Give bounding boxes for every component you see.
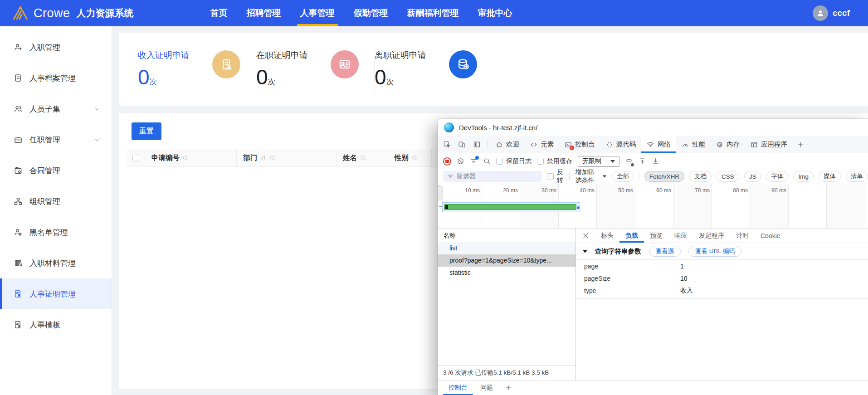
timeline-selection-handle[interactable]	[577, 206, 580, 209]
devtools-tab-elements[interactable]: 元素	[525, 136, 559, 153]
filter-pill-img[interactable]: Img	[793, 171, 814, 182]
sidebar-item-contract-mgmt[interactable]: 合同管理	[0, 155, 112, 186]
wifi-icon	[647, 141, 654, 148]
preserve-log-toggle[interactable]: 保留日志	[496, 157, 532, 166]
search-icon[interactable]	[269, 155, 276, 161]
network-conditions-icon[interactable]	[625, 157, 633, 166]
preserve-log-checkbox[interactable]	[496, 158, 503, 165]
request-name-header[interactable]: 名称	[438, 229, 575, 242]
gauge-icon	[682, 141, 689, 148]
query-params-list: page 1 pageSize 10 type 收入	[576, 260, 868, 299]
filter-pill-fetch-xhr[interactable]: Fetch/XHR	[644, 171, 684, 182]
details-tab-payload[interactable]: 负载	[619, 229, 644, 243]
device-toolbar-icon[interactable]	[454, 136, 469, 153]
request-row[interactable]: proof?page=1&pageSize=10&type...	[438, 254, 575, 267]
timeline-scroll-handle[interactable]	[438, 185, 443, 200]
search-icon[interactable]	[182, 155, 189, 161]
nav-compensation[interactable]: 薪酬福利管理	[398, 0, 468, 26]
sidebar-item-onboarding[interactable]: 入职管理	[0, 32, 112, 63]
column-gender[interactable]: 性别	[388, 149, 432, 166]
nav-home[interactable]: 首页	[201, 0, 237, 26]
drawer-tab-console[interactable]: 控制台	[443, 380, 473, 395]
details-tab-preview[interactable]: 预览	[644, 229, 668, 243]
view-source-button[interactable]: 查看源	[649, 246, 681, 257]
import-har-icon[interactable]	[639, 157, 646, 165]
sort-arrows-icon[interactable]	[260, 155, 267, 161]
sidebar-item-blacklist[interactable]: 黑名单管理	[0, 217, 112, 248]
disable-cache-checkbox[interactable]	[537, 158, 544, 165]
dock-side-icon[interactable]	[469, 136, 484, 153]
devtools-tab-welcome[interactable]: 欢迎	[490, 136, 525, 153]
search-icon[interactable]	[360, 155, 366, 161]
details-tab-response[interactable]: 响应	[668, 229, 693, 243]
details-tab-timing[interactable]: 计时	[730, 229, 755, 243]
user-area[interactable]: cccf	[813, 5, 850, 21]
filter-icon[interactable]	[470, 157, 478, 165]
section-title: 查询字符串参数	[595, 247, 641, 256]
request-row[interactable]: statistic	[438, 267, 575, 279]
disable-cache-toggle[interactable]: 禁用缓存	[537, 157, 572, 166]
filter-pill-all[interactable]: 全部	[612, 171, 634, 182]
devtools-tab-sources[interactable]: 源代码	[600, 136, 642, 153]
select-all-checkbox[interactable]	[132, 155, 139, 161]
clear-icon[interactable]	[457, 157, 464, 165]
sidebar-item-personnel-template[interactable]: 人事模板	[0, 309, 112, 340]
invert-checkbox[interactable]	[547, 173, 554, 180]
view-url-encoded-button[interactable]: 查看 URL 编码	[688, 246, 742, 257]
filter-pill-js[interactable]: JS	[744, 171, 761, 182]
devtools-tab-network[interactable]: 网络	[641, 136, 676, 153]
more-tabs-plus-icon[interactable]	[793, 136, 808, 153]
search-icon[interactable]	[411, 155, 418, 161]
template-icon	[14, 320, 23, 329]
export-har-icon[interactable]	[652, 157, 659, 165]
add-filter-dropdown[interactable]: 增加筛选条件	[575, 168, 607, 185]
sidebar-item-org-mgmt[interactable]: 组织管理	[0, 186, 112, 217]
filter-pill-doc[interactable]: 文档	[689, 171, 712, 182]
details-tab-initiator[interactable]: 发起程序	[693, 229, 730, 243]
throttling-dropdown[interactable]: 无限制	[578, 156, 619, 167]
column-name[interactable]: 姓名	[336, 149, 388, 166]
sidebar-item-personnel-files[interactable]: 人事档案管理	[0, 63, 112, 93]
sidebar-item-position-mgmt[interactable]: 任职管理	[0, 124, 112, 155]
devtools-tab-application[interactable]: 应用程序	[745, 136, 793, 153]
brand-logo[interactable]: Crowe 人力资源系统	[12, 5, 134, 21]
drawer-tab-issues[interactable]: 问题	[475, 380, 498, 395]
details-tab-headers[interactable]: 标头	[595, 229, 619, 243]
column-department[interactable]: 部门	[237, 149, 336, 166]
sidebar-item-person-subset[interactable]: 人员子集	[0, 93, 112, 124]
details-tab-cookie[interactable]: Cookie	[755, 229, 786, 243]
column-application-no[interactable]: 申请编号	[145, 149, 237, 166]
network-timeline-overview[interactable]: 10 ms 20 ms 30 ms 40 ms 50 ms 60 ms 70 m…	[438, 184, 868, 229]
devtools-tab-performance[interactable]: 性能	[676, 136, 711, 153]
filter-input[interactable]: 筛选器	[443, 171, 542, 182]
nav-attendance[interactable]: 假勤管理	[344, 0, 398, 26]
expand-caret-icon[interactable]	[583, 250, 587, 253]
filter-pill-media[interactable]: 媒体	[819, 171, 841, 182]
nav-personnel[interactable]: 人事管理	[291, 0, 344, 26]
record-button[interactable]	[443, 157, 451, 166]
sidebar-item-personnel-certificates[interactable]: 人事证明管理	[0, 278, 112, 309]
request-row[interactable]: list	[438, 242, 575, 254]
timeline-column	[788, 184, 826, 228]
drawer-more-plus-icon[interactable]	[500, 380, 517, 395]
stat-card-resignation-proof[interactable]: 离职证明申请 0次	[375, 49, 493, 106]
nav-approval-center[interactable]: 审批中心	[468, 0, 522, 26]
invert-toggle[interactable]: 反转	[547, 168, 563, 185]
filter-pill-manifest[interactable]: 清单	[846, 171, 868, 182]
stat-card-income-proof[interactable]: 收入证明申请 0次	[138, 49, 256, 106]
inspect-element-icon[interactable]	[439, 136, 454, 153]
reset-button[interactable]: 重置	[132, 122, 161, 140]
stat-card-employment-proof[interactable]: 在职证明申请 0次	[256, 49, 374, 106]
sidebar-item-onboarding-materials[interactable]: 入职材料管理	[0, 248, 112, 278]
search-icon[interactable]	[483, 157, 491, 165]
filter-pill-font[interactable]: 字体	[766, 171, 788, 182]
timeline-start-chip	[445, 205, 448, 209]
devtools-titlebar[interactable]: DevTools - hr-test.zjf-it.cn/	[438, 119, 868, 136]
sidebar-item-label: 组织管理	[29, 196, 60, 207]
nav-recruitment[interactable]: 招聘管理	[237, 0, 291, 26]
divider	[487, 140, 488, 149]
close-icon[interactable]	[576, 229, 595, 243]
filter-pill-css[interactable]: CSS	[717, 171, 739, 182]
devtools-tab-memory[interactable]: 内存	[711, 136, 745, 153]
devtools-tab-console[interactable]: 控制台	[559, 136, 600, 153]
